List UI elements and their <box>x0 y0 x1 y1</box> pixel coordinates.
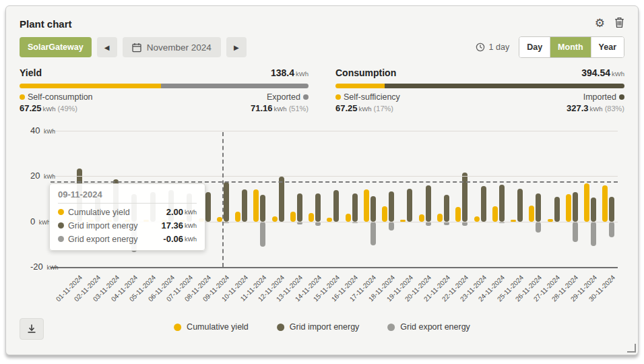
bar-cumulative-yield[interactable] <box>474 216 480 221</box>
bar-cumulative-yield[interactable] <box>492 206 498 222</box>
yield-total-unit: kWh <box>296 70 309 78</box>
bar-cumulative-yield[interactable] <box>309 213 314 222</box>
bar-grid-import[interactable] <box>573 192 578 222</box>
bar-cumulative-yield[interactable] <box>346 214 351 221</box>
stats-row: Yield 138.4kWh Self-consumption Exported… <box>20 67 624 113</box>
gridline <box>51 267 618 268</box>
bar-grid-import[interactable] <box>352 193 358 221</box>
exported-label: Exported <box>267 92 309 102</box>
bar-grid-import[interactable] <box>205 192 211 222</box>
consumption-progress-bar <box>335 84 624 88</box>
yield-total: 138.4 <box>271 67 294 78</box>
delete-button[interactable] <box>614 17 624 30</box>
view-switcher: Day Month Year <box>519 36 624 58</box>
legend-cumulative-yield: Cumulative yield <box>174 322 249 332</box>
yield-selfconsumption-segment <box>20 84 161 88</box>
bar-grid-import[interactable] <box>517 189 523 221</box>
bar-cumulative-yield[interactable] <box>217 217 222 222</box>
legend-grid-import: Grid import energy <box>277 322 360 332</box>
self-consumption-dot-icon <box>20 94 25 100</box>
tooltip-row-yield: Cumulative yield 2.00kWh <box>58 207 197 217</box>
bar-grid-export[interactable] <box>573 222 578 242</box>
bar-grid-export[interactable] <box>260 222 265 247</box>
bar-grid-import[interactable] <box>297 193 302 221</box>
bar-grid-import[interactable] <box>371 196 376 222</box>
bar-grid-import[interactable] <box>279 177 284 222</box>
bar-grid-import[interactable] <box>554 197 560 222</box>
imported-dot-icon <box>619 94 624 100</box>
bar-grid-export[interactable] <box>536 222 541 233</box>
gear-icon: ⚙ <box>595 17 605 30</box>
panel-header: Plant chart ⚙ <box>20 16 624 32</box>
bar-grid-import[interactable] <box>242 189 247 222</box>
bar-cumulative-yield[interactable] <box>419 214 424 221</box>
y-axis-label: 40 kWh <box>30 125 55 135</box>
bar-grid-export[interactable] <box>609 222 614 238</box>
bar-cumulative-yield[interactable] <box>529 206 534 221</box>
tab-month[interactable]: Month <box>550 37 590 57</box>
tab-day[interactable]: Day <box>519 37 550 57</box>
bar-grid-import[interactable] <box>591 198 596 221</box>
resize-handle[interactable] <box>627 344 636 353</box>
legend-grid-export: Grid export energy <box>387 322 470 332</box>
imported-label: Imported <box>583 92 624 102</box>
bar-grid-import[interactable] <box>260 195 265 222</box>
self-sufficiency-dot-icon <box>335 94 341 100</box>
tooltip-row-import: Grid import energy 17.36kWh <box>58 220 197 231</box>
bar-grid-import[interactable] <box>315 193 321 221</box>
bar-grid-import[interactable] <box>407 189 412 222</box>
crosshair-horizontal <box>51 181 618 183</box>
bar-cumulative-yield[interactable] <box>566 194 571 221</box>
yield-exported-segment <box>161 84 309 88</box>
gateway-button[interactable]: SolarGateway <box>20 37 92 57</box>
bar-cumulative-yield[interactable] <box>437 214 443 222</box>
tooltip-row-export: Grid export energy -0.06kWh <box>58 234 197 244</box>
self-sufficiency-label: Self-sufficiency <box>335 92 400 102</box>
bar-grid-export[interactable] <box>371 222 376 245</box>
consumption-stat: Consumption 394.54kWh Self-sufficiency I… <box>335 67 624 113</box>
bar-cumulative-yield[interactable] <box>602 185 608 221</box>
exported-dot-icon <box>303 94 309 100</box>
bar-cumulative-yield[interactable] <box>364 189 369 222</box>
tab-year[interactable]: Year <box>591 37 624 57</box>
bar-cumulative-yield[interactable] <box>455 207 461 222</box>
bar-cumulative-yield[interactable] <box>235 212 240 222</box>
bar-grid-export[interactable] <box>591 222 596 246</box>
bar-cumulative-yield[interactable] <box>382 206 387 221</box>
legend-import-dot-icon <box>277 324 284 331</box>
prev-period-button[interactable]: ◀ <box>97 37 117 57</box>
interval-label: 1 day <box>489 42 510 52</box>
bar-grid-export[interactable] <box>389 222 394 231</box>
bar-grid-import[interactable] <box>426 185 431 222</box>
bar-grid-import[interactable] <box>609 197 614 221</box>
date-label: November 2024 <box>147 42 212 53</box>
download-button[interactable] <box>20 318 44 340</box>
bar-cumulative-yield[interactable] <box>253 189 259 222</box>
settings-button[interactable]: ⚙ <box>595 18 605 29</box>
date-picker-button[interactable]: November 2024 <box>123 37 221 57</box>
bar-cumulative-yield[interactable] <box>290 212 296 222</box>
imported-segment <box>385 84 624 88</box>
bar-cumulative-yield[interactable] <box>584 183 589 222</box>
energy-bar-chart[interactable]: 01-11-202402-11-202403-11-202404-11-2024… <box>20 131 624 314</box>
page-title: Plant chart <box>20 18 72 30</box>
bar-grid-import[interactable] <box>444 195 449 222</box>
self-sufficiency-segment <box>335 84 385 88</box>
trash-icon <box>614 17 624 28</box>
bar-grid-import[interactable] <box>481 186 486 222</box>
bar-grid-import[interactable] <box>333 190 339 222</box>
bar-grid-import[interactable] <box>499 185 505 222</box>
bar-grid-import[interactable] <box>224 182 229 221</box>
bar-grid-import[interactable] <box>389 191 394 222</box>
bar-cumulative-yield[interactable] <box>272 216 278 222</box>
download-icon <box>26 324 37 334</box>
exported-value: 71.16kWh (51%) <box>251 103 309 113</box>
next-period-button[interactable]: ▶ <box>226 37 247 57</box>
yield-title: Yield <box>20 67 42 78</box>
consumption-title: Consumption <box>335 67 396 78</box>
bar-grid-import[interactable] <box>536 193 541 222</box>
calendar-icon <box>132 42 141 53</box>
x-axis-labels: 01-11-202402-11-202403-11-202404-11-2024… <box>67 270 618 313</box>
bar-grid-import[interactable] <box>462 173 468 222</box>
consumption-total-unit: kWh <box>612 70 624 78</box>
